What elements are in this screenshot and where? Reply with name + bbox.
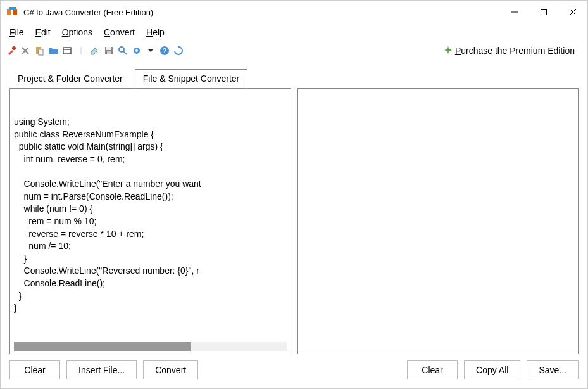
svg-rect-11 — [39, 49, 43, 55]
editor-panes: using System; public class ReverseNumExa… — [1, 88, 587, 354]
close-button[interactable] — [558, 1, 587, 23]
menu-edit[interactable]: Edit — [35, 27, 51, 37]
premium-link[interactable]: Purchase the Premium Edition — [444, 46, 582, 56]
titlebar: C# to Java Converter (Free Edition) — [1, 1, 587, 23]
sparkle-icon — [444, 46, 453, 56]
svg-rect-4 — [541, 10, 547, 15]
help-icon[interactable]: ? — [159, 45, 170, 56]
svg-point-7 — [12, 46, 16, 50]
save-button[interactable]: Save... — [527, 360, 579, 379]
refresh-icon[interactable] — [173, 45, 184, 56]
separator — [75, 45, 87, 56]
menubar: File Edit Options Convert Help — [1, 23, 587, 41]
search-icon[interactable] — [117, 45, 128, 56]
clear-output-button[interactable]: Clear — [407, 360, 458, 379]
convert-button[interactable]: Convert — [143, 360, 198, 379]
insert-file-button:[interactable]: Insert File... — [66, 360, 137, 379]
source-code-editor[interactable]: using System; public class ReverseNumExa… — [9, 88, 291, 354]
tab-row: Project & Folder Converter File & Snippe… — [1, 60, 587, 88]
menu-options[interactable]: Options — [62, 27, 92, 37]
minimize-button[interactable] — [500, 1, 529, 23]
source-code-text: using System; public class ReverseNumExa… — [14, 116, 287, 315]
horizontal-scrollbar[interactable] — [14, 342, 287, 351]
open-icon[interactable] — [47, 45, 59, 56]
svg-rect-17 — [107, 51, 111, 54]
tab-project-folder[interactable]: Project & Folder Converter — [9, 69, 131, 88]
tab-file-snippet[interactable]: File & Snippet Converter — [135, 69, 248, 88]
app-icon — [7, 6, 18, 18]
svg-point-21 — [135, 49, 138, 52]
svg-line-19 — [123, 51, 127, 54]
copy-all-button[interactable]: Copy All — [464, 360, 520, 379]
output-code-editor[interactable] — [297, 88, 579, 354]
delete-icon[interactable] — [20, 45, 31, 56]
wrench-icon[interactable] — [6, 45, 17, 56]
svg-rect-16 — [106, 47, 111, 50]
maximize-button[interactable] — [529, 1, 558, 23]
clear-source-button[interactable]: Clear — [9, 360, 60, 379]
dropdown-icon[interactable] — [145, 45, 156, 56]
svg-rect-2 — [9, 7, 16, 10]
premium-label: Purchase the Premium Edition — [455, 46, 575, 56]
paste-icon[interactable] — [34, 45, 45, 56]
svg-text:?: ? — [163, 47, 167, 54]
menu-help[interactable]: Help — [146, 27, 165, 37]
button-row: Clear Insert File... Convert Clear Copy … — [1, 354, 587, 388]
toolbar: ? Purchase the Premium Edition — [1, 41, 587, 60]
gear-icon[interactable] — [131, 45, 142, 56]
window-title: C# to Java Converter (Free Edition) — [23, 8, 153, 17]
svg-point-18 — [119, 47, 124, 52]
menu-file[interactable]: File — [9, 27, 24, 37]
eraser-icon[interactable] — [89, 45, 101, 56]
menu-convert[interactable]: Convert — [104, 27, 135, 37]
save-icon[interactable] — [103, 45, 115, 56]
window-icon[interactable] — [61, 45, 73, 56]
svg-rect-12 — [63, 48, 71, 54]
